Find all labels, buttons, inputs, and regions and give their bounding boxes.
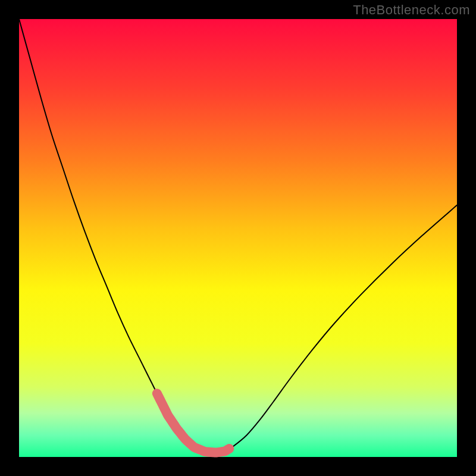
chart-root: TheBottleneck.com [0,0,476,476]
bottleneck-chart [0,0,476,476]
plot-background [19,19,457,457]
watermark-text: TheBottleneck.com [353,2,470,18]
